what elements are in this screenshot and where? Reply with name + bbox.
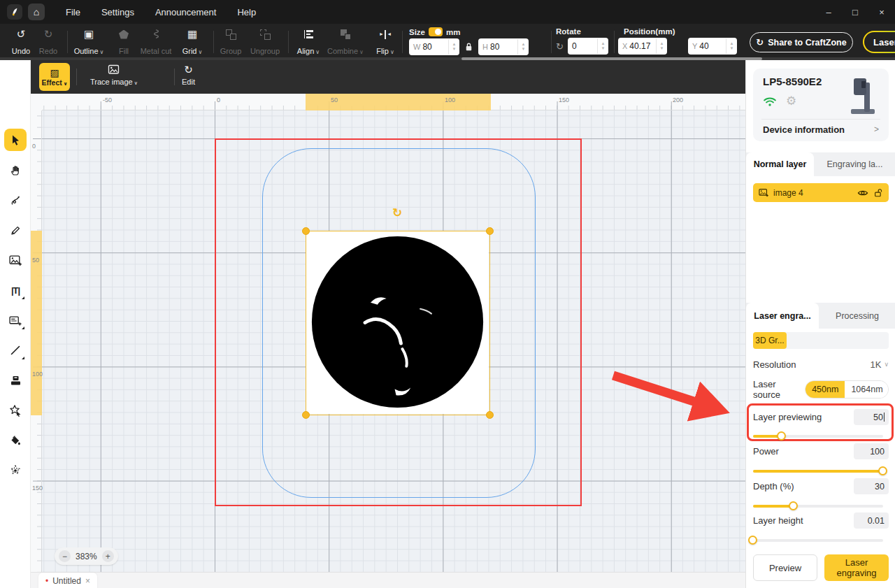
- combine-button[interactable]: Combine∨: [327, 27, 364, 56]
- position-y-input[interactable]: Y 40 ▲▼: [688, 38, 737, 55]
- share-icon: ↻: [756, 37, 764, 48]
- depth-slider[interactable]: [753, 501, 883, 510]
- ungroup-button[interactable]: Ungroup: [246, 27, 284, 56]
- outline-button[interactable]: ▣ Outline∨: [70, 27, 108, 56]
- slider-thumb[interactable]: [777, 431, 786, 440]
- image-tool[interactable]: [4, 249, 27, 271]
- rotate-input[interactable]: 0 ▲▼: [568, 38, 608, 55]
- laser-source-450nm[interactable]: 450nm: [806, 381, 845, 398]
- menu-settings[interactable]: Settings: [101, 7, 134, 17]
- gear-icon[interactable]: ⚙: [786, 94, 796, 108]
- height-spinner[interactable]: ▲▼: [517, 39, 529, 55]
- tab-close-icon[interactable]: ×: [85, 576, 90, 586]
- redo-button[interactable]: ↻ Redo: [29, 27, 67, 56]
- layer-tabs: Normal layer Engraving la...: [746, 152, 895, 176]
- document-tab-untitled[interactable]: • Untitled ×: [38, 573, 97, 588]
- chevron-down-icon: ∨: [100, 49, 104, 55]
- metal-cut-button[interactable]: Metal cut: [137, 27, 175, 56]
- document-tab-bar: • Untitled ×: [31, 572, 745, 588]
- line-tool[interactable]: [4, 339, 27, 361]
- variable-text-tool[interactable]: [4, 309, 27, 331]
- material-tool[interactable]: [4, 369, 27, 392]
- edit-button[interactable]: ↻ Edit: [182, 64, 195, 86]
- menu-help[interactable]: Help: [237, 7, 256, 17]
- minimize-button[interactable]: –: [815, 0, 842, 24]
- zoom-level: 383%: [76, 552, 97, 561]
- text-tool[interactable]: |T|: [4, 279, 27, 301]
- chevron-down-icon: ∨: [359, 49, 364, 55]
- power-slider[interactable]: [753, 466, 883, 475]
- position-y-spinner[interactable]: ▲▼: [726, 38, 737, 54]
- fill-color-tool[interactable]: [4, 429, 27, 452]
- tab-processing[interactable]: Processing: [819, 303, 895, 329]
- canvas-area[interactable]: ↻ -50 0 50 100 150 200 0 50 100 150 − 38…: [31, 94, 745, 588]
- position-x-spinner[interactable]: ▲▼: [656, 38, 667, 54]
- layer-previewing-slider[interactable]: [753, 431, 883, 440]
- depth-input[interactable]: 30: [854, 478, 889, 494]
- layer-height-input[interactable]: 0.01: [854, 512, 889, 529]
- select-tool[interactable]: [4, 129, 27, 151]
- laserpecker-button[interactable]: Laserp: [863, 31, 895, 53]
- unit-toggle[interactable]: [429, 27, 443, 36]
- paint-bucket-icon: [9, 435, 22, 447]
- chevron-down-icon: ∨: [198, 49, 202, 55]
- layer-height-slider[interactable]: [753, 536, 883, 545]
- menu-file[interactable]: File: [66, 7, 80, 17]
- rotate-icon: ↻: [556, 41, 564, 52]
- resize-handle-sw[interactable]: [302, 411, 310, 419]
- position-x-input[interactable]: X 40.17 ▲▼: [618, 38, 667, 55]
- slider-thumb[interactable]: [789, 501, 798, 510]
- close-button[interactable]: ×: [868, 0, 895, 24]
- device-information-link[interactable]: Device information: [763, 124, 845, 135]
- magic-shape-tool[interactable]: [4, 459, 27, 482]
- device-card[interactable]: LP5-8590E2 ⚙ Device information >: [753, 69, 889, 141]
- group-button[interactable]: Group: [212, 27, 250, 56]
- redo-icon: ↻: [44, 28, 53, 41]
- chevron-down-icon: ∨: [315, 49, 320, 55]
- tab-normal-layer[interactable]: Normal layer: [746, 152, 814, 176]
- layer-previewing-input[interactable]: 50: [854, 409, 889, 425]
- grid-button[interactable]: ▦ Grid∨: [173, 27, 211, 56]
- menu-announcement[interactable]: Announcement: [155, 7, 216, 17]
- align-button[interactable]: Align∨: [289, 27, 327, 56]
- zoom-out-button[interactable]: −: [59, 550, 71, 562]
- selected-image[interactable]: [306, 231, 490, 415]
- height-input[interactable]: H 80 ▲▼: [478, 38, 529, 55]
- layer-item-image4[interactable]: image 4: [753, 183, 889, 202]
- rotate-spinner[interactable]: ▲▼: [597, 38, 608, 54]
- effect-button[interactable]: ▨ Effect ∨: [39, 63, 70, 91]
- pan-tool[interactable]: [4, 159, 27, 181]
- variable-text-icon: [9, 315, 22, 327]
- zoom-in-button[interactable]: +: [102, 550, 114, 562]
- mode-chip-3d-grayscale[interactable]: 3D Gr...: [753, 332, 787, 349]
- visibility-eye-icon[interactable]: [857, 188, 868, 198]
- slider-thumb[interactable]: [748, 536, 757, 545]
- tab-laser-engraving[interactable]: Laser engra...: [746, 303, 819, 329]
- laser-engraving-button[interactable]: Laserengraving: [824, 554, 889, 581]
- resolution-select[interactable]: 1K∨: [871, 359, 889, 370]
- rotate-handle[interactable]: ↻: [392, 206, 402, 220]
- width-spinner[interactable]: ▲▼: [448, 39, 459, 55]
- slider-thumb[interactable]: [878, 466, 887, 475]
- unlock-icon[interactable]: [873, 187, 883, 198]
- resize-handle-se[interactable]: [486, 411, 494, 419]
- flip-button[interactable]: ►◄ Flip∨: [366, 27, 404, 56]
- share-to-craftzone-button[interactable]: ↻ Share to CraftZone: [750, 32, 853, 52]
- preview-button[interactable]: Preview: [753, 554, 817, 581]
- pen-tool[interactable]: [4, 219, 27, 241]
- home-button[interactable]: ⌂: [28, 3, 45, 20]
- toolbar-separator: [551, 31, 552, 53]
- lock-icon[interactable]: [464, 41, 474, 52]
- resize-handle-ne[interactable]: [486, 227, 494, 235]
- laser-source-1064nm[interactable]: 1064nm: [845, 381, 889, 398]
- tab-engraving-layer[interactable]: Engraving la...: [814, 152, 895, 176]
- star-cursor-icon: [9, 404, 22, 417]
- element-tool[interactable]: [4, 399, 27, 422]
- unsaved-dot: •: [45, 576, 48, 586]
- doodle-tool[interactable]: [4, 189, 27, 211]
- trace-image-button[interactable]: Trace image ∨: [90, 64, 138, 86]
- width-input[interactable]: W 80 ▲▼: [409, 38, 459, 55]
- maximize-button[interactable]: □: [842, 0, 868, 24]
- power-input[interactable]: 100: [854, 443, 889, 459]
- resize-handle-nw[interactable]: [302, 227, 310, 235]
